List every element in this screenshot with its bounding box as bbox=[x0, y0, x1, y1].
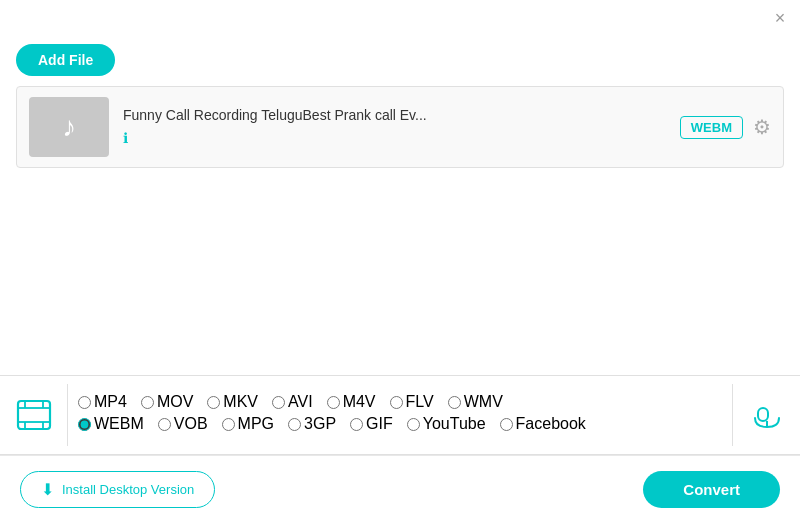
format-option-vob[interactable]: VOB bbox=[158, 415, 208, 433]
radio-3gp[interactable] bbox=[288, 418, 301, 431]
format-option-3gp[interactable]: 3GP bbox=[288, 415, 336, 433]
info-icon[interactable]: ℹ bbox=[123, 130, 128, 146]
format-option-flv[interactable]: FLV bbox=[390, 393, 434, 411]
format-row-2: WEBM VOB MPG 3GP GIF YouTube bbox=[78, 415, 722, 433]
header: Add File bbox=[0, 36, 800, 86]
format-selector: MP4 MOV MKV AVI M4V FLV bbox=[0, 375, 800, 455]
radio-mpg[interactable] bbox=[222, 418, 235, 431]
radio-flv[interactable] bbox=[390, 396, 403, 409]
settings-icon[interactable]: ⚙ bbox=[753, 115, 771, 139]
radio-m4v[interactable] bbox=[327, 396, 340, 409]
format-option-mkv[interactable]: MKV bbox=[207, 393, 258, 411]
format-label-mov: MOV bbox=[157, 393, 193, 411]
file-item: ♪ Funny Call Recording TeluguBest Prank … bbox=[17, 87, 783, 167]
music-note-icon: ♪ bbox=[62, 111, 76, 143]
install-label: Install Desktop Version bbox=[62, 482, 194, 497]
convert-button[interactable]: Convert bbox=[643, 471, 780, 508]
radio-webm[interactable] bbox=[78, 418, 91, 431]
footer: ⬇ Install Desktop Version Convert bbox=[0, 455, 800, 523]
format-option-gif[interactable]: GIF bbox=[350, 415, 393, 433]
radio-facebook[interactable] bbox=[500, 418, 513, 431]
download-icon: ⬇ bbox=[41, 480, 54, 499]
add-file-button[interactable]: Add File bbox=[16, 44, 115, 76]
format-badge[interactable]: WEBM bbox=[680, 116, 743, 139]
radio-wmv[interactable] bbox=[448, 396, 461, 409]
audio-icon-box bbox=[732, 384, 800, 446]
radio-vob[interactable] bbox=[158, 418, 171, 431]
file-list: ♪ Funny Call Recording TeluguBest Prank … bbox=[16, 86, 784, 168]
format-label-m4v: M4V bbox=[343, 393, 376, 411]
radio-mkv[interactable] bbox=[207, 396, 220, 409]
film-icon bbox=[16, 397, 52, 433]
radio-avi[interactable] bbox=[272, 396, 285, 409]
format-label-mkv: MKV bbox=[223, 393, 258, 411]
format-option-webm[interactable]: WEBM bbox=[78, 415, 144, 433]
format-label-3gp: 3GP bbox=[304, 415, 336, 433]
title-bar: × bbox=[0, 0, 800, 36]
file-actions: WEBM ⚙ bbox=[680, 115, 771, 139]
format-option-mov[interactable]: MOV bbox=[141, 393, 193, 411]
audio-icon bbox=[751, 399, 783, 431]
radio-gif[interactable] bbox=[350, 418, 363, 431]
format-label-flv: FLV bbox=[406, 393, 434, 411]
format-options: MP4 MOV MKV AVI M4V FLV bbox=[68, 393, 732, 437]
format-label-mpg: MPG bbox=[238, 415, 274, 433]
file-thumbnail: ♪ bbox=[29, 97, 109, 157]
close-button[interactable]: × bbox=[770, 8, 790, 28]
format-label-avi: AVI bbox=[288, 393, 313, 411]
video-format-icon-box bbox=[0, 384, 68, 446]
file-info: Funny Call Recording TeluguBest Prank ca… bbox=[123, 107, 666, 147]
radio-mp4[interactable] bbox=[78, 396, 91, 409]
format-label-mp4: MP4 bbox=[94, 393, 127, 411]
format-option-m4v[interactable]: M4V bbox=[327, 393, 376, 411]
format-option-facebook[interactable]: Facebook bbox=[500, 415, 586, 433]
format-label-webm: WEBM bbox=[94, 415, 144, 433]
svg-rect-7 bbox=[758, 408, 768, 421]
format-option-avi[interactable]: AVI bbox=[272, 393, 313, 411]
radio-youtube[interactable] bbox=[407, 418, 420, 431]
svg-rect-0 bbox=[18, 401, 50, 429]
format-label-gif: GIF bbox=[366, 415, 393, 433]
install-button[interactable]: ⬇ Install Desktop Version bbox=[20, 471, 215, 508]
format-option-mpg[interactable]: MPG bbox=[222, 415, 274, 433]
format-label-facebook: Facebook bbox=[516, 415, 586, 433]
format-label-wmv: WMV bbox=[464, 393, 503, 411]
format-option-wmv[interactable]: WMV bbox=[448, 393, 503, 411]
format-option-youtube[interactable]: YouTube bbox=[407, 415, 486, 433]
format-label-vob: VOB bbox=[174, 415, 208, 433]
format-label-youtube: YouTube bbox=[423, 415, 486, 433]
format-option-mp4[interactable]: MP4 bbox=[78, 393, 127, 411]
file-name: Funny Call Recording TeluguBest Prank ca… bbox=[123, 107, 666, 123]
radio-mov[interactable] bbox=[141, 396, 154, 409]
format-row-1: MP4 MOV MKV AVI M4V FLV bbox=[78, 393, 722, 411]
